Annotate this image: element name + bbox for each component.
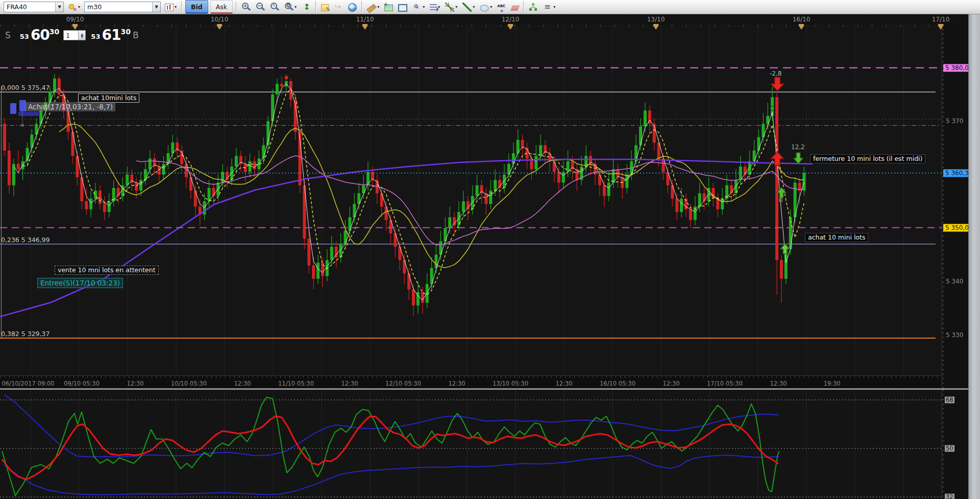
instrument-select-value: FRA40 xyxy=(7,3,55,11)
time-label: 11/10 05:30 xyxy=(278,380,314,387)
day-marker-icon xyxy=(216,25,223,30)
label-achat-position[interactable]: Achat(17/10 03:21, -8,7) xyxy=(26,102,115,111)
instrument-select[interactable]: FRA40▼ xyxy=(4,2,64,12)
oscillator-level-label: 32 xyxy=(945,494,954,499)
fib-levels-button[interactable]: ▾ xyxy=(428,1,442,14)
zoom-in-button[interactable] xyxy=(239,1,253,14)
note-fermeture[interactable]: fermeture 10 mini lots (il est midi) xyxy=(810,154,925,163)
buy-side-label[interactable]: B xyxy=(133,30,139,40)
zoom-select-button[interactable] xyxy=(268,1,281,14)
date-label: 10/10 xyxy=(211,16,229,23)
price-chart[interactable] xyxy=(0,25,942,375)
note-button[interactable] xyxy=(319,1,331,14)
position-marker[interactable] xyxy=(10,103,16,114)
time-label: 13/10 05:30 xyxy=(493,380,528,387)
day-marker-icon xyxy=(653,25,659,30)
spin-down-icon[interactable]: ▼ xyxy=(81,35,84,38)
buy-price-small: 53 xyxy=(91,33,100,40)
zoom-q-icon xyxy=(284,3,293,12)
date-axis[interactable]: 09/1010/1011/1012/1013/1016/1017/10 xyxy=(0,14,968,25)
add-image-button[interactable] xyxy=(382,1,395,14)
quantity-spin-buttons[interactable]: ▲▼ xyxy=(78,31,85,40)
note-achat-lower[interactable]: achat 10 mini lots xyxy=(805,233,868,242)
quantity-stepper[interactable]: 1 ▲▼ xyxy=(63,30,86,40)
chevron-down-icon[interactable]: ▼ xyxy=(152,2,160,12)
chart-type-icon xyxy=(165,4,174,11)
zoom-select-icon xyxy=(270,3,279,12)
time-label: 16/10 05:30 xyxy=(600,380,635,387)
price-label: 5 340 xyxy=(946,278,963,285)
frame-button[interactable] xyxy=(396,1,409,14)
pnl-zero: 0 xyxy=(779,197,783,204)
chevron-down-icon[interactable]: ▾ xyxy=(455,5,457,9)
share-button[interactable] xyxy=(332,1,345,14)
time-label: 12:30 xyxy=(341,380,358,387)
time-ticks xyxy=(0,376,942,378)
time-label: 12:30 xyxy=(448,380,465,387)
time-label: 12:30 xyxy=(127,380,143,387)
text-button[interactable] xyxy=(495,1,508,14)
price-axis-ticks xyxy=(942,25,944,388)
chevron-down-icon[interactable]: ▾ xyxy=(473,5,475,9)
panel-divider[interactable] xyxy=(0,388,968,390)
sell-side-label[interactable]: S xyxy=(5,30,11,40)
chevron-down-icon[interactable]: ▾ xyxy=(295,5,297,9)
position-marker[interactable] xyxy=(18,112,39,116)
oscillator-panel[interactable] xyxy=(0,390,942,499)
web-button[interactable] xyxy=(346,1,359,14)
date-label: 16/10 xyxy=(793,16,811,23)
quantity-value[interactable]: 1 xyxy=(64,31,78,40)
oscillator-axis[interactable]: 685032 xyxy=(942,390,968,499)
list-button[interactable]: ▾ xyxy=(541,1,557,14)
time-label: 17/10 05:30 xyxy=(707,380,743,387)
chart-type-button[interactable]: ▾ xyxy=(163,1,179,14)
buy-price-big[interactable]: 61 xyxy=(102,27,120,43)
alert-button[interactable]: ▾ xyxy=(66,1,82,14)
chevron-down-icon[interactable]: ▾ xyxy=(553,5,555,9)
note-achat-entry[interactable]: achat 10mini lots xyxy=(78,93,139,103)
chevron-down-icon[interactable]: ▾ xyxy=(377,5,379,9)
date-label: 12/10 xyxy=(502,16,520,23)
ask-toggle[interactable]: Ask xyxy=(210,0,233,14)
chevron-down-icon[interactable]: ▾ xyxy=(78,5,80,9)
sitemap-icon xyxy=(529,3,538,12)
ellipse-icon xyxy=(480,5,489,12)
label-entree-sell[interactable]: Entree(S)(17/10 03:23) xyxy=(37,278,123,288)
price-axis[interactable]: 5 3705 3405 3305 380,005 360,305 350,07 xyxy=(942,25,968,388)
trendline-button[interactable]: ▾ xyxy=(460,1,477,14)
date-label: 09/10 xyxy=(66,16,84,23)
time-label: 12:30 xyxy=(770,380,787,387)
sell-price-big[interactable]: 60 xyxy=(31,27,50,43)
zoom-out-icon xyxy=(256,3,265,12)
time-label: 12:30 xyxy=(663,380,679,387)
time-label: 12/10 05:30 xyxy=(385,380,421,387)
date-label: 17/10 xyxy=(932,16,950,23)
toolbar-separator xyxy=(315,1,316,13)
note-vente-attente[interactable]: vente 10 mni lots en attentent xyxy=(55,266,159,275)
share-icon xyxy=(334,3,343,12)
chevron-down-icon[interactable]: ▾ xyxy=(423,5,425,9)
oscillator-level-label: 50 xyxy=(945,445,954,452)
workspace-button[interactable] xyxy=(527,1,540,14)
zoom-in-icon xyxy=(241,3,251,12)
bid-toggle[interactable]: Bid xyxy=(185,0,208,14)
pnl-plus: 12,2 xyxy=(791,144,805,151)
day-marker-icon xyxy=(798,25,804,30)
ruler-button[interactable]: ▾ xyxy=(365,1,381,14)
pitchfork-button[interactable]: ▾ xyxy=(410,1,427,14)
fan-lines-button[interactable]: ▾ xyxy=(443,1,459,14)
chevron-down-icon[interactable]: ▾ xyxy=(490,5,492,9)
time-label: 19:30 xyxy=(823,380,840,387)
timeframe-select[interactable]: m30▼ xyxy=(84,2,161,12)
eraser-button[interactable] xyxy=(509,1,521,14)
chevron-down-icon[interactable]: ▾ xyxy=(175,5,177,9)
chevron-down-icon[interactable]: ▼ xyxy=(55,2,63,12)
trade-ticket: S 53 60 30 1 ▲▼ 53 61 30 B xyxy=(3,27,141,43)
zoom-out-button[interactable] xyxy=(254,1,267,14)
ellipse-button[interactable]: ▾ xyxy=(478,1,494,14)
alert-icon xyxy=(68,3,77,12)
time-axis[interactable]: 06/10/2017 09:0009/10 05:3012:3010/10 05… xyxy=(0,375,942,389)
zoom-preset-button[interactable]: ▾ xyxy=(282,1,299,14)
date-label: 13/10 xyxy=(647,16,665,23)
fit-vertical-button[interactable] xyxy=(300,1,313,14)
